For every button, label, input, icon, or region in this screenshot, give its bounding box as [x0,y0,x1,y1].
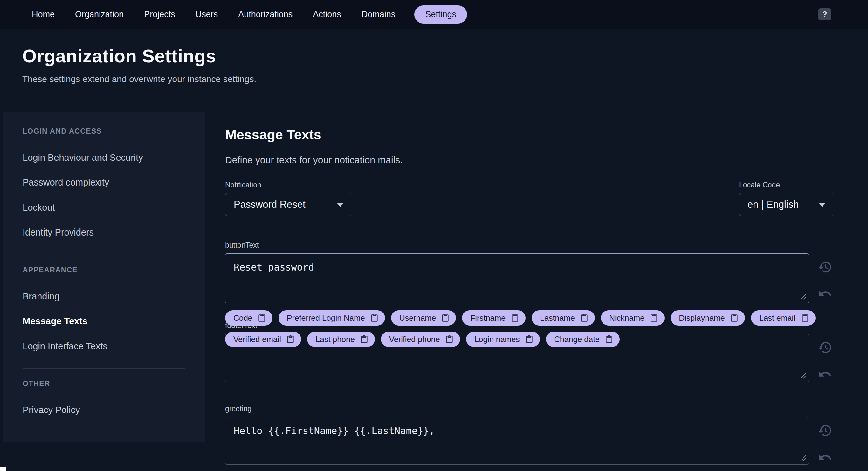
greeting-textarea[interactable]: Hello {{.FirstName}} {{.LastName}}, [225,417,809,465]
clipboard-icon [730,314,739,322]
sidebar-item-privacy-policy[interactable]: Privacy Policy [23,398,205,422]
chip-label: Last phone [315,335,355,344]
sidebar-divider [23,255,185,255]
chip-nickname[interactable]: Nickname [601,310,664,326]
nav-item-projects[interactable]: Projects [143,6,177,23]
chip-verified-phone[interactable]: Verified phone [381,332,460,347]
sidebar-section-appearance: APPEARANCE [23,266,205,284]
chevron-down-icon [819,203,826,207]
nav-item-authorizations[interactable]: Authorizations [237,6,294,23]
locale-select-value: en | English [747,199,799,210]
nav-item-users[interactable]: Users [194,6,219,23]
chip-label: Code [234,314,252,323]
chip-preferred-login-name[interactable]: Preferred Login Name [279,310,385,326]
clipboard-icon [370,314,379,322]
chip-label: Lastname [540,314,575,323]
clipboard-icon [286,335,295,344]
clipboard-icon [525,335,533,344]
locale-select[interactable]: en | English [739,193,834,216]
notification-select-value: Password Reset [234,199,306,210]
clipboard-icon [801,314,809,322]
placeholder-chips-row2: Verified email Last phone Verified phone… [225,332,868,347]
notification-label: Notification [225,181,352,189]
nav-item-settings[interactable]: Settings [414,5,467,24]
notification-select[interactable]: Password Reset [225,193,352,216]
sidebar-section-other: OTHER [23,379,205,398]
clipboard-icon [445,335,454,344]
clipboard-icon [441,314,450,322]
panel-subtitle: Define your texts for your notication ma… [225,155,868,166]
chip-firstname[interactable]: Firstname [462,310,526,326]
chip-label: Displayname [679,314,725,323]
chevron-down-icon [337,203,344,207]
nav-item-domains[interactable]: Domains [360,6,397,23]
selects-row: Notification Password Reset Locale Code … [225,181,834,216]
chip-displayname[interactable]: Displayname [671,310,745,326]
top-navbar: Home Organization Projects Users Authori… [0,0,868,29]
placeholder-chips-row1: Code Preferred Login Name Username First… [225,310,868,326]
undo-icon[interactable] [818,450,832,465]
nav-item-organization[interactable]: Organization [74,6,125,23]
clipboard-icon [605,335,613,344]
chip-label: Username [399,314,436,323]
page: Home Organization Projects Users Authori… [0,0,868,471]
clipboard-icon [650,314,658,322]
chip-label: Change date [554,335,600,344]
chip-label: Verified email [234,335,281,344]
chip-label: Login names [474,335,520,344]
sidebar-item-branding[interactable]: Branding [23,284,205,309]
sidebar-divider [23,368,185,369]
greeting-field-group: greeting Hello {{.FirstName}} {{.LastNam… [225,405,868,465]
sidebar-item-login-interface-texts[interactable]: Login Interface Texts [23,334,205,359]
buttontext-textarea[interactable]: Reset password [225,253,809,303]
help-button[interactable]: ? [818,8,831,20]
sidebar-section-login-access: LOGIN AND ACCESS [23,127,205,145]
locale-code-label: Locale Code [739,181,834,189]
chip-last-phone[interactable]: Last phone [307,332,375,347]
chip-login-names[interactable]: Login names [466,332,540,347]
undo-icon[interactable] [818,287,832,301]
buttontext-label: buttonText [225,241,868,249]
page-title: Organization Settings [22,45,868,66]
content: LOGIN AND ACCESS Login Behaviour and Sec… [0,112,868,465]
footertext-field-group: footerText [225,321,868,382]
sidebar-item-lockout[interactable]: Lockout [23,195,205,220]
chip-verified-email[interactable]: Verified email [225,332,301,347]
message-texts-panel: Message Texts Define your texts for your… [205,112,868,465]
page-header: Organization Settings These settings ext… [0,29,868,84]
restore-default-icon[interactable] [818,260,832,274]
chip-label: Preferred Login Name [287,314,365,323]
sidebar-item-login-behaviour[interactable]: Login Behaviour and Security [23,145,205,170]
sidebar-item-password-complexity[interactable]: Password complexity [23,170,205,195]
chip-label: Verified phone [389,335,440,344]
chip-username[interactable]: Username [391,310,456,326]
sidebar-item-message-texts[interactable]: Message Texts [23,309,205,333]
screen-artifact [0,467,6,471]
chip-lastname[interactable]: Lastname [532,310,595,326]
chip-label: Firstname [470,314,505,323]
nav-item-actions[interactable]: Actions [312,6,342,23]
panel-title: Message Texts [225,127,868,143]
chip-label: Nickname [609,314,645,323]
chip-label: Last email [759,314,796,323]
undo-icon[interactable] [818,367,832,382]
greeting-label: greeting [225,405,868,413]
page-subtitle: These settings extend and overwrite your… [22,74,868,84]
restore-default-icon[interactable] [818,423,832,438]
clipboard-icon [257,314,266,322]
sidebar-item-identity-providers[interactable]: Identity Providers [23,220,205,245]
chip-change-date[interactable]: Change date [546,332,620,347]
clipboard-icon [360,335,369,344]
chip-code[interactable]: Code [225,310,273,326]
settings-sidebar: LOGIN AND ACCESS Login Behaviour and Sec… [3,112,205,442]
clipboard-icon [580,314,589,322]
nav-item-home[interactable]: Home [31,6,56,23]
chip-last-email[interactable]: Last email [751,310,815,326]
clipboard-icon [510,314,519,322]
buttontext-field-group: buttonText Reset password [225,241,868,303]
